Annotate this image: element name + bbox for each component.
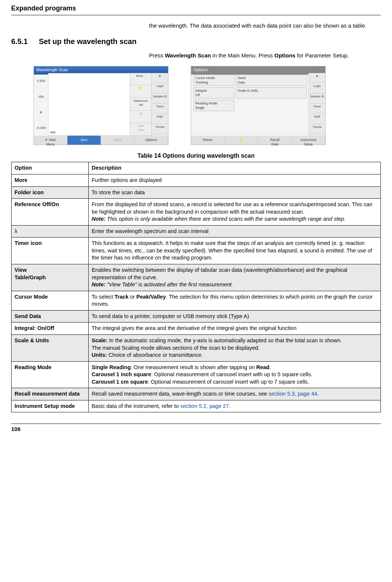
opt-folder: Folder icon bbox=[12, 186, 89, 199]
screenshot-wavelength-scan: Wavelength Scan 3.500 Abs ⊕ -0.300 400 0… bbox=[34, 66, 168, 145]
read-bold: Read bbox=[256, 364, 269, 370]
bottom-toolbar: Return 📁 Recall Data Instrument Setup bbox=[191, 136, 325, 145]
desc-reference: From the displayed list of stored scans,… bbox=[89, 199, 381, 226]
col-description: Description bbox=[89, 162, 381, 174]
desc-send-data: To send data to a printer, computer or U… bbox=[89, 310, 381, 323]
screenshot-options: Options Cursor Mode: Tracking Send Data … bbox=[191, 66, 326, 145]
y-axis-labels: 3.500 Abs ⊕ -0.300 bbox=[34, 73, 48, 136]
running-head: Expanded programs bbox=[11, 0, 381, 15]
single-reading-text: : One measurement result is shown after … bbox=[131, 364, 256, 370]
carousel2-text: : Optional measurement of carousel inser… bbox=[148, 379, 309, 385]
opt-integral: Integral: On/Off bbox=[12, 323, 89, 335]
section-number: 6.5.1 bbox=[11, 37, 37, 47]
login-button[interactable]: Login bbox=[309, 83, 325, 93]
text: From the displayed list of stored scans,… bbox=[92, 201, 372, 215]
integral-button[interactable]: Integral: Off bbox=[193, 87, 234, 98]
text: Enables the switching between the displa… bbox=[92, 267, 347, 280]
reference-button[interactable]: Reference: Off bbox=[130, 98, 152, 111]
scale-units-button[interactable]: Scale & Units bbox=[236, 87, 307, 98]
cursor-mode-button[interactable]: Cursor Mode: Tracking bbox=[193, 75, 234, 86]
folder-icon[interactable]: 📁 bbox=[130, 85, 152, 98]
desc-recall-data: Recall saved measurement data, wave-leng… bbox=[89, 388, 381, 400]
text: Basic data of the instrument, refer to bbox=[92, 403, 180, 409]
aqa-button[interactable]: AQA bbox=[309, 114, 325, 124]
table-header-row: Option Description bbox=[12, 162, 381, 174]
desc-more: Further options are displayed bbox=[89, 174, 381, 186]
table-row: λ Enter the wavelength spectrum and scan… bbox=[12, 225, 381, 237]
table-caption: Table 14 Options during wavelength scan bbox=[11, 152, 381, 160]
carousel2-label: Carousel 1 cm square bbox=[92, 379, 148, 385]
send-data-button[interactable]: Send Data bbox=[236, 75, 307, 86]
return-button[interactable]: Return bbox=[191, 136, 225, 145]
bottom-toolbar: ↺ Main Menu Zero Read Options bbox=[34, 136, 168, 145]
recall-data-button[interactable]: Recall Data bbox=[258, 136, 292, 145]
trends-button[interactable]: Trends bbox=[152, 124, 168, 134]
opt-lambda: λ bbox=[12, 225, 89, 237]
carousel1-text: : Optional measurement of carousel inser… bbox=[151, 371, 313, 377]
note-label: Note: bbox=[92, 281, 105, 287]
x-min: 400 bbox=[50, 130, 56, 135]
read-button[interactable]: Read bbox=[101, 136, 135, 145]
peak-valley-bold: Peak/Valley bbox=[136, 294, 166, 300]
table-row: Reading Mode Single Reading: One measure… bbox=[12, 361, 381, 388]
table-row: Instrument Setup mode Basic data of the … bbox=[12, 400, 381, 412]
instrument-setup-button[interactable]: Instrument Setup bbox=[292, 136, 325, 145]
opt-more: More bbox=[12, 174, 89, 186]
table-row: Timer icon This functions as a stopwatch… bbox=[12, 237, 381, 264]
aqa-button[interactable]: AQA bbox=[152, 114, 168, 124]
opt-view-table: View Table/Graph bbox=[12, 264, 89, 291]
sample-id-button[interactable]: Sample ID bbox=[309, 94, 325, 104]
scale-label: Scale: bbox=[92, 337, 108, 343]
col-option: Option bbox=[12, 162, 89, 174]
text: Recall saved measurement data, wave-leng… bbox=[92, 391, 269, 397]
text: . bbox=[317, 391, 319, 397]
options-table: Option Description More Further options … bbox=[11, 162, 381, 412]
table-row: Cursor Mode To select Track or Peak/Vall… bbox=[12, 291, 381, 310]
options-grid: Cursor Mode: Tracking Send Data Integral… bbox=[193, 75, 307, 134]
manual-text: The manual Scaling mode allows sections … bbox=[92, 345, 260, 351]
options-button[interactable]: Options bbox=[135, 136, 168, 145]
folder-icon[interactable]: 📁 bbox=[225, 136, 258, 145]
window-title: Options bbox=[191, 66, 325, 75]
trends-button[interactable]: Trends bbox=[309, 124, 325, 134]
zoom-icon[interactable]: ⊕ bbox=[34, 110, 48, 114]
opt-scale-units: Scale & Units bbox=[12, 334, 89, 361]
scroll-up-icon[interactable]: ▲ bbox=[152, 73, 168, 83]
timer-button[interactable]: Timer bbox=[152, 104, 168, 114]
more-button[interactable]: More... bbox=[130, 73, 152, 86]
desc-lambda: Enter the wavelength spectrum and scan i… bbox=[89, 225, 381, 237]
options-bold: Options bbox=[274, 52, 295, 59]
track-bold: Track bbox=[114, 294, 129, 300]
note-text: "View Table" is activated after the firs… bbox=[105, 281, 233, 287]
opt-cursor-mode: Cursor Mode bbox=[12, 291, 89, 310]
timer-button[interactable]: Timer bbox=[309, 104, 325, 114]
y-max: 3.500 bbox=[34, 79, 48, 83]
right-sidebar: ▲ Login Sample ID Timer AQA Trends ▼ bbox=[309, 73, 325, 145]
text: for Parameter Setup. bbox=[295, 52, 349, 59]
scroll-up-icon[interactable]: ▲ bbox=[309, 73, 325, 83]
text: To select bbox=[92, 294, 114, 300]
reading-mode-button[interactable]: Reading Mode: Single bbox=[193, 100, 234, 111]
text: in the Main Menu. Press bbox=[211, 52, 274, 59]
link-section-5-2[interactable]: section 5.2, page 27 bbox=[180, 403, 229, 409]
zero-button[interactable]: Zero bbox=[67, 136, 101, 145]
dot: . bbox=[269, 364, 271, 370]
main-menu-button[interactable]: ↺ Main Menu bbox=[34, 136, 67, 145]
scale-text: In the automatic scaling mode, the y-axi… bbox=[108, 337, 342, 343]
login-button[interactable]: Login bbox=[152, 83, 168, 93]
carousel1-label: Carousel 1 inch square bbox=[92, 371, 151, 377]
page-number: 106 bbox=[11, 425, 381, 440]
desc-reading-mode: Single Reading: One measurement result i… bbox=[89, 361, 381, 388]
table-row: Recall measurement data Recall saved mea… bbox=[12, 388, 381, 400]
view-table-button[interactable]: View Table bbox=[130, 123, 152, 136]
opt-recall-data: Recall measurement data bbox=[12, 388, 89, 400]
lambda-button[interactable]: λ bbox=[130, 111, 152, 123]
header-rule bbox=[11, 15, 381, 15]
link-section-5-3[interactable]: section 5.3, page 44 bbox=[269, 391, 317, 397]
mid-buttons: More... 📁 Reference: Off λ View Table bbox=[130, 73, 152, 136]
note-label: Note: bbox=[92, 216, 105, 222]
y-unit: Abs bbox=[34, 94, 48, 99]
units-text: Choice of absorbance or transmittance. bbox=[107, 352, 203, 358]
sample-id-button[interactable]: Sample ID bbox=[152, 94, 168, 104]
empty-cell bbox=[236, 100, 307, 111]
